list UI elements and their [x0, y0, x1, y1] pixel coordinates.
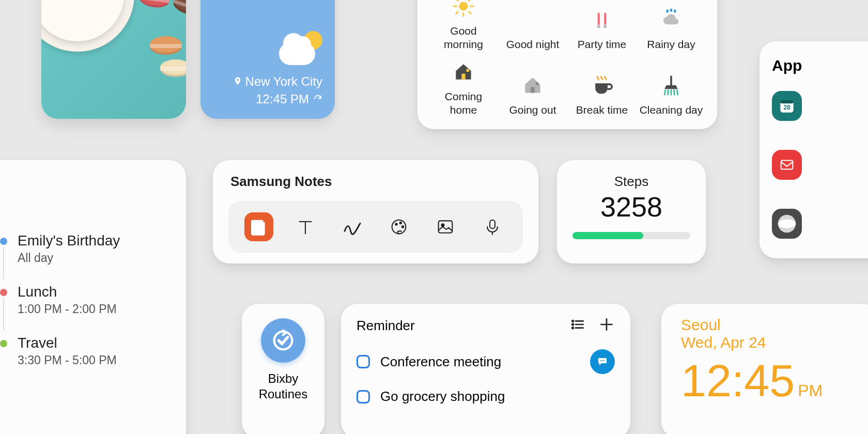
steps-progress-bar — [572, 232, 690, 239]
app-email-icon[interactable] — [772, 150, 802, 180]
routine-label: Party time — [578, 38, 627, 51]
svg-point-27 — [395, 223, 397, 225]
bixby-routines-icon — [261, 318, 305, 363]
svg-point-49 — [602, 360, 603, 361]
event-time: 1:00 PM - 2:00 PM — [18, 302, 117, 316]
svg-point-29 — [402, 226, 404, 227]
svg-point-42 — [572, 327, 574, 329]
refresh-icon[interactable] — [313, 92, 322, 106]
svg-rect-16 — [461, 73, 465, 79]
clock-city: Seoul — [681, 316, 859, 334]
event-title: Emily's Birthday — [18, 233, 120, 249]
reminder-item[interactable]: Go grocery shopping — [357, 389, 615, 405]
svg-rect-34 — [780, 100, 793, 103]
app-calendar-icon[interactable]: 28 — [772, 91, 802, 121]
svg-line-24 — [674, 90, 675, 95]
routine-label: Coming home — [431, 90, 496, 117]
svg-point-50 — [603, 360, 605, 361]
routine-label: Rainy day — [647, 38, 695, 51]
svg-text:28: 28 — [783, 104, 791, 111]
event-title: Lunch — [18, 284, 117, 300]
routine-label: Cleaning day — [640, 103, 703, 117]
weather-widget[interactable]: New York City 12:45 PM — [200, 0, 335, 119]
party-icon — [589, 7, 615, 33]
svg-point-0 — [459, 2, 468, 10]
chat-bubble-icon[interactable] — [590, 349, 615, 374]
steps-widget[interactable]: Steps 3258 — [557, 160, 706, 264]
bixby-label: Bixby Routines — [259, 371, 308, 402]
routine-good-night[interactable]: Good night — [500, 0, 565, 52]
photo-image — [41, 0, 186, 119]
steps-count: 3258 — [600, 191, 662, 223]
reminder-item[interactable]: Conference meeting — [357, 349, 615, 374]
routine-break-time[interactable]: Break time — [569, 59, 634, 117]
event-color-dot — [0, 238, 7, 245]
svg-line-5 — [456, 0, 458, 1]
routine-label: Good night — [506, 38, 560, 51]
world-clock-widget[interactable]: Seoul Wed, Apr 24 12:45PM — [661, 304, 868, 434]
svg-point-12 — [603, 25, 607, 28]
house-lit-icon — [451, 59, 476, 85]
clock-time: 12:45PM — [681, 354, 859, 407]
notes-toolbar — [228, 201, 523, 253]
svg-point-11 — [597, 25, 600, 28]
svg-point-28 — [400, 222, 401, 224]
moon-icon — [520, 7, 546, 33]
svg-point-41 — [572, 324, 574, 326]
routine-coming-home[interactable]: Coming home — [431, 59, 496, 117]
routine-rainy-day[interactable]: Rainy day — [639, 0, 704, 52]
svg-line-21 — [664, 90, 665, 95]
svg-point-40 — [572, 320, 574, 322]
app-shortcuts-widget: App 28 — [760, 41, 868, 258]
routine-label: Break time — [576, 103, 628, 117]
svg-line-22 — [668, 90, 669, 95]
routine-label: Going out — [509, 103, 556, 117]
routine-label: Good morning — [431, 24, 496, 52]
svg-rect-17 — [467, 69, 470, 72]
svg-rect-20 — [670, 75, 672, 85]
svg-line-8 — [469, 0, 471, 1]
reminder-checkbox[interactable] — [357, 355, 370, 368]
routine-good-morning[interactable]: Good morning — [431, 0, 496, 52]
svg-line-25 — [677, 90, 678, 95]
calendar-event[interactable]: Emily's BirthdayAll day — [0, 233, 167, 265]
note-image-tool[interactable] — [431, 212, 460, 241]
svg-line-6 — [469, 12, 471, 14]
calendar-event[interactable]: Lunch1:00 PM - 2:00 PM — [0, 284, 167, 316]
svg-point-14 — [670, 9, 673, 12]
steps-title: Steps — [614, 174, 649, 190]
bixby-routines-widget[interactable]: Bixby Routines — [242, 304, 324, 434]
routine-going-out[interactable]: Going out — [500, 59, 565, 117]
reminder-checkbox[interactable] — [357, 390, 370, 404]
photo-widget[interactable] — [41, 0, 186, 119]
reminder-text: Go grocery shopping — [380, 389, 505, 405]
event-title: Travel — [18, 335, 117, 351]
clock-date: Wed, Apr 24 — [681, 334, 859, 351]
event-time: 3:30 PM - 5:00 PM — [18, 353, 117, 367]
svg-line-7 — [456, 12, 458, 14]
note-voice-tool[interactable] — [478, 212, 507, 241]
routine-party-time[interactable]: Party time — [569, 0, 634, 52]
note-palette-tool[interactable] — [384, 212, 413, 241]
calendar-event[interactable]: Travel3:30 PM - 5:00 PM — [0, 335, 167, 367]
house-dark-icon — [520, 72, 546, 98]
note-text-tool[interactable] — [291, 212, 320, 241]
calendar-events-widget[interactable]: Emily's BirthdayAll dayLunch1:00 PM - 2:… — [0, 160, 186, 434]
weather-city: New York City — [245, 74, 322, 89]
svg-rect-18 — [531, 87, 534, 92]
location-pin-icon — [233, 74, 242, 89]
add-icon[interactable] — [598, 316, 615, 335]
list-view-icon[interactable] — [569, 316, 586, 335]
reminder-title: Reminder — [357, 318, 415, 334]
weather-time: 12:45 PM — [256, 92, 309, 106]
reminder-text: Conference meeting — [380, 354, 501, 370]
note-draw-tool[interactable] — [338, 212, 367, 241]
coffee-icon — [589, 72, 615, 98]
svg-rect-30 — [439, 221, 453, 233]
svg-rect-19 — [536, 82, 539, 85]
routine-cleaning-day[interactable]: Cleaning day — [639, 59, 704, 117]
svg-rect-10 — [604, 13, 606, 25]
svg-rect-36 — [781, 161, 793, 169]
note-sticker-tool[interactable] — [244, 212, 273, 241]
app-internet-icon[interactable] — [772, 209, 802, 239]
